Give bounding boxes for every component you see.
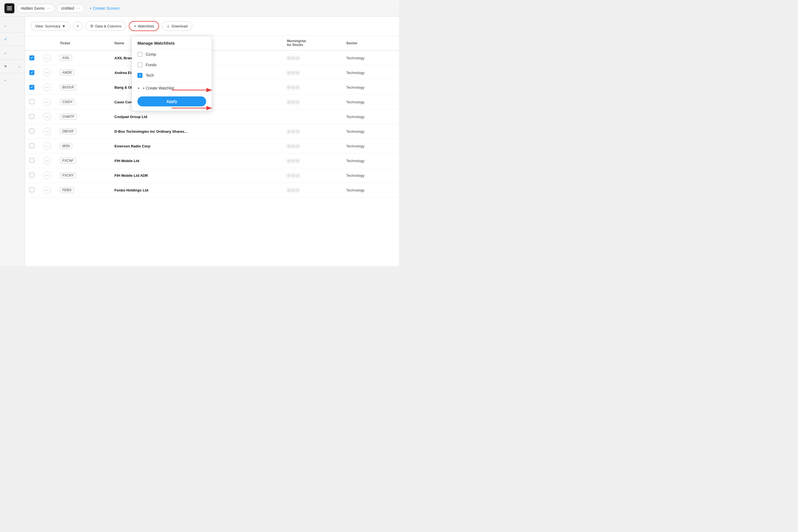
watchlists-label: Watchlists bbox=[138, 24, 154, 28]
row-4-name: Coolpad Group Ltd bbox=[110, 110, 282, 124]
watchlist-item-funds[interactable]: Funds bbox=[132, 60, 212, 70]
row-2-more-cell: ··· bbox=[39, 80, 55, 95]
row-6-checkbox-cell bbox=[25, 139, 39, 153]
view-summary-label: View: Summary bbox=[35, 24, 60, 28]
row-7-company-name: FIH Mobile Ltd bbox=[114, 159, 139, 163]
content-area: View: Summary ▼ + ⚙ Data & Columns ≡ Wat… bbox=[25, 17, 399, 266]
row-8-checkbox[interactable] bbox=[30, 173, 34, 177]
row-7-ticker-badge: FXCNF bbox=[60, 158, 76, 164]
sidebar-item-2[interactable]: ✓ bbox=[0, 33, 25, 46]
tab-hidden-gems-label: Hidden Gems bbox=[21, 6, 44, 11]
table-row: ···CSIOYCasio Computer Co Ltd★★★Technolo… bbox=[25, 95, 399, 110]
svg-rect-1 bbox=[7, 8, 12, 8]
gear-icon: ⚙ bbox=[90, 24, 94, 28]
row-6-morningstar: ★★★ bbox=[282, 139, 342, 153]
tab-untitled-label: Untitled bbox=[61, 6, 74, 11]
row-0-morningstar: ★★★ bbox=[282, 51, 342, 65]
row-7-more-button[interactable]: ··· bbox=[43, 157, 51, 165]
row-4-ticker-badge: CHWTF bbox=[60, 114, 77, 120]
sidebar-item-1[interactable]: ⌄ bbox=[0, 19, 25, 32]
sidebar-item-3[interactable]: ⌄ bbox=[0, 46, 25, 59]
row-6-sector-value: Technology bbox=[346, 144, 364, 148]
stocks-table-container: Ticker Name Morningstarfor Stocks Sector… bbox=[25, 36, 399, 266]
sidebar-item-5[interactable]: ⌄ bbox=[0, 73, 25, 87]
row-5-checkbox[interactable] bbox=[30, 129, 34, 134]
row-0-checkbox[interactable] bbox=[30, 55, 34, 60]
row-5-morningstar-value: ★★★ bbox=[287, 129, 300, 134]
chevron-down-icon-view: ▼ bbox=[62, 24, 66, 28]
app-icon[interactable] bbox=[4, 3, 14, 13]
tab-hidden-gems[interactable]: Hidden Gems ··· bbox=[17, 4, 55, 13]
watchlist-item-tech[interactable]: Tech bbox=[132, 70, 212, 81]
row-5-ticker-badge: DBOXF bbox=[60, 128, 76, 134]
row-8-more-button[interactable]: ··· bbox=[43, 172, 51, 179]
row-4-more-button[interactable]: ··· bbox=[43, 113, 51, 120]
row-6-ticker: MSN bbox=[55, 139, 110, 153]
download-icon: ⇣ bbox=[167, 24, 170, 28]
row-6-checkbox[interactable] bbox=[30, 143, 34, 148]
sidebar-item-4[interactable]: ✕ ⌄ bbox=[0, 60, 25, 73]
row-0-checkbox-cell bbox=[25, 51, 39, 65]
row-9-ticker: FEBO bbox=[55, 183, 110, 197]
row-2-checkbox[interactable] bbox=[30, 85, 34, 90]
col-checkbox bbox=[25, 36, 39, 51]
row-5-more-button[interactable]: ··· bbox=[43, 128, 51, 135]
row-3-ticker-badge: CSIOY bbox=[60, 99, 75, 105]
add-view-button[interactable]: + bbox=[73, 21, 82, 31]
sidebar: ⌄ ✓ ⌄ ✕ ⌄ ⌄ bbox=[0, 17, 25, 266]
table-row: ···DBOXFD-Box Technologies Inc Ordinary … bbox=[25, 124, 399, 139]
create-watchlist-button[interactable]: + + Create Watchlist bbox=[132, 83, 212, 93]
svg-rect-0 bbox=[7, 6, 12, 7]
watchlists-button[interactable]: ≡ Watchlists bbox=[129, 21, 159, 31]
row-4-checkbox[interactable] bbox=[30, 114, 34, 119]
row-6-more-button[interactable]: ··· bbox=[43, 142, 51, 150]
svg-rect-2 bbox=[7, 10, 12, 10]
watchlist-funds-checkbox[interactable] bbox=[137, 62, 142, 67]
watchlist-item-comp[interactable]: Comp bbox=[132, 49, 212, 60]
row-1-checkbox[interactable] bbox=[30, 70, 34, 75]
row-1-more-button[interactable]: ··· bbox=[43, 69, 51, 76]
row-9-more-button[interactable]: ··· bbox=[43, 186, 51, 194]
row-7-morningstar-value: ★★★ bbox=[287, 158, 300, 163]
row-2-checkbox-cell bbox=[25, 80, 39, 95]
row-3-sector-value: Technology bbox=[346, 100, 364, 104]
row-0-ticker: AXIL bbox=[55, 51, 110, 65]
row-5-ticker: DBOXF bbox=[55, 124, 110, 139]
table-row: ···CHWTFCoolpad Group LtdTechnology bbox=[25, 110, 399, 124]
watchlist-comp-checkbox[interactable] bbox=[137, 52, 142, 57]
row-0-more-button[interactable]: ··· bbox=[43, 54, 51, 62]
row-9-morningstar: ★★★ bbox=[282, 183, 342, 197]
download-button[interactable]: ⇣ Download bbox=[162, 21, 192, 31]
row-4-sector: Technology bbox=[342, 110, 399, 124]
row-0-more-cell: ··· bbox=[39, 51, 55, 65]
tab-untitled-menu-icon[interactable]: ··· bbox=[76, 6, 80, 11]
tab-untitled[interactable]: Untitled ··· bbox=[57, 4, 84, 13]
watchlist-tech-checkbox[interactable] bbox=[137, 73, 142, 78]
create-screen-button[interactable]: + Create Screen bbox=[87, 4, 122, 12]
row-9-ticker-badge: FEBO bbox=[60, 187, 74, 193]
row-5-sector-value: Technology bbox=[346, 129, 364, 134]
create-watchlist-label: + Create Watchlist bbox=[142, 86, 174, 90]
row-1-morningstar: ★★★ bbox=[282, 65, 342, 80]
row-7-checkbox[interactable] bbox=[30, 158, 34, 163]
watchlist-funds-label: Funds bbox=[146, 63, 156, 67]
row-1-more-cell: ··· bbox=[39, 65, 55, 80]
tab-hidden-gems-menu-icon[interactable]: ··· bbox=[47, 6, 51, 11]
row-3-more-button[interactable]: ··· bbox=[43, 98, 51, 106]
create-screen-label: + Create Screen bbox=[89, 6, 120, 11]
row-3-checkbox[interactable] bbox=[30, 99, 34, 104]
apply-button[interactable]: Apply bbox=[137, 96, 206, 107]
row-2-sector: Technology bbox=[342, 80, 399, 95]
row-3-checkbox-cell bbox=[25, 95, 39, 110]
row-8-morningstar-value: ★★★ bbox=[287, 173, 300, 178]
data-columns-button[interactable]: ⚙ Data & Columns bbox=[86, 21, 126, 31]
row-2-more-button[interactable]: ··· bbox=[43, 83, 51, 91]
row-9-more-cell: ··· bbox=[39, 183, 55, 197]
row-3-morningstar: ★★★ bbox=[282, 95, 342, 110]
data-columns-label: Data & Columns bbox=[95, 24, 122, 28]
row-9-checkbox[interactable] bbox=[30, 187, 34, 192]
col-sector: Sector bbox=[342, 36, 399, 51]
watchlist-comp-label: Comp bbox=[146, 52, 156, 57]
chevron-down-icon-3: ⌄ bbox=[18, 64, 21, 68]
view-summary-button[interactable]: View: Summary ▼ bbox=[31, 22, 70, 31]
